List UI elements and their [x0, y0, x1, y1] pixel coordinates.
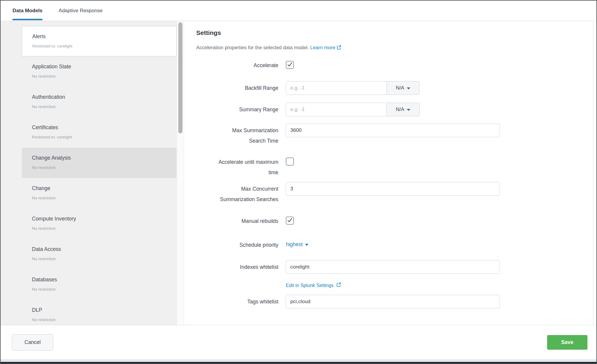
item-title: Authentication: [32, 94, 177, 100]
dialog-footer: Cancel Save: [1, 325, 596, 360]
save-button[interactable]: Save: [547, 335, 587, 350]
acceleration-form: Accelerate Backfill Range N/A: [196, 60, 593, 309]
item-title: Data Access: [32, 246, 177, 252]
form-row-tags-whitelist: Tags whitelist: [196, 295, 593, 309]
sidebar-item-application-state[interactable]: Application State No restriction: [22, 56, 177, 87]
item-title: Application State: [32, 64, 177, 70]
sidebar-item-certificates[interactable]: Certificates Restricted to: corelight: [22, 117, 177, 148]
form-row-indexes-whitelist: Indexes whitelist: [196, 260, 593, 274]
item-title: Databases: [32, 277, 177, 283]
max-concurrent-summarization-searches-label: Max Concurrent Summarization Searches: [196, 182, 278, 205]
item-title: Change: [32, 185, 177, 191]
sidebar-item-data-access[interactable]: Data Access No restriction: [22, 239, 177, 269]
accelerate-label: Accelerate: [196, 60, 278, 71]
sidebar-item-compute-inventory[interactable]: Compute Inventory No restriction: [22, 209, 177, 239]
bottom-navbar-edge: [1, 362, 596, 363]
form-row-manual-rebuilds: Manual rebuilds: [196, 216, 593, 226]
chevron-down-icon: [407, 87, 410, 90]
form-row-accelerate-until-maximum-time: Accelerate until maximum time: [196, 157, 593, 178]
data-model-list: Alerts Restricted to: corelight Applicat…: [1, 21, 177, 325]
schedule-priority-dropdown[interactable]: highest: [286, 240, 309, 248]
tags-whitelist-input[interactable]: [286, 295, 500, 309]
accelerate-until-maximum-time-checkbox[interactable]: [286, 158, 294, 166]
sidebar-item-dlp[interactable]: DLP No restriction: [22, 300, 177, 325]
tab-data-models[interactable]: Data Models: [13, 1, 42, 21]
form-row-max-summarization-search-time: Max Summarization Search Time: [196, 124, 593, 146]
form-row-accelerate: Accelerate: [196, 60, 593, 71]
form-row-backfill-range: Backfill Range N/A: [196, 81, 593, 95]
schedule-priority-label: Schedule priority: [196, 240, 278, 250]
summary-range-unit-dropdown[interactable]: N/A: [387, 103, 420, 116]
item-subtitle: No restriction: [32, 257, 177, 261]
sidebar-scrollbar-thumb[interactable]: [178, 22, 182, 133]
item-subtitle: No restriction: [32, 104, 177, 109]
max-concurrent-summarization-searches-input[interactable]: [286, 182, 500, 196]
max-summarization-search-time-input[interactable]: [286, 124, 500, 137]
item-subtitle: Restricted to: corelight: [32, 135, 177, 139]
tags-whitelist-label: Tags whitelist: [196, 295, 278, 307]
item-subtitle: No restriction: [32, 165, 177, 170]
sidebar-scrollbar-track[interactable]: [177, 21, 184, 325]
tab-adaptive-response[interactable]: Adaptive Response: [59, 1, 102, 21]
cancel-button[interactable]: Cancel: [12, 334, 53, 351]
summary-range-input[interactable]: [286, 103, 387, 116]
item-title: Certificates: [32, 124, 177, 130]
form-row-schedule-priority: Schedule priority highest: [196, 240, 593, 250]
accelerate-checkbox[interactable]: [286, 61, 294, 69]
form-row-max-concurrent-summarization-searches: Max Concurrent Summarization Searches: [196, 182, 593, 205]
panel-right-border: [593, 1, 593, 359]
max-summarization-search-time-label: Max Summarization Search Time: [196, 124, 278, 146]
form-row-edit-in-splunk-settings: Edit in Splunk Settings: [196, 282, 593, 289]
item-subtitle: No restriction: [32, 196, 177, 200]
data-model-settings-dialog: Data Models Adaptive Response Alerts Res…: [0, 0, 597, 364]
backfill-range-label: Backfill Range: [196, 81, 278, 93]
item-subtitle: No restriction: [32, 226, 177, 231]
summary-range-label: Summary Range: [196, 103, 278, 115]
item-subtitle: No restriction: [32, 317, 177, 322]
checkmark-icon: [287, 217, 293, 224]
form-row-summary-range: Summary Range N/A: [196, 103, 593, 116]
item-title: Change Analysis: [32, 155, 177, 161]
chevron-down-icon: [407, 109, 410, 111]
sidebar-item-change-analysis[interactable]: Change Analysis No restriction: [22, 148, 177, 178]
manual-rebuilds-label: Manual rebuilds: [196, 216, 278, 226]
page-title: Settings: [196, 29, 593, 37]
sidebar-item-authentication[interactable]: Authentication No restriction: [22, 87, 177, 117]
sidebar-item-alerts[interactable]: Alerts Restricted to: corelight: [22, 26, 177, 56]
item-title: DLP: [32, 307, 177, 313]
settings-panel: Settings Acceleration properties for the…: [184, 21, 593, 325]
indexes-whitelist-input[interactable]: [286, 260, 500, 274]
item-title: Compute Inventory: [32, 216, 177, 222]
tab-bar: Data Models Adaptive Response: [1, 1, 596, 21]
item-subtitle: No restriction: [32, 74, 177, 78]
item-subtitle: Restricted to: corelight: [32, 44, 176, 48]
sidebar-item-databases[interactable]: Databases No restriction: [22, 269, 177, 300]
settings-description: Acceleration properties for the selected…: [196, 44, 593, 51]
sidebar-item-change[interactable]: Change No restriction: [22, 178, 177, 209]
backfill-range-unit-dropdown[interactable]: N/A: [387, 81, 420, 95]
manual-rebuilds-checkbox[interactable]: [286, 217, 294, 225]
page-background-strip: [1, 360, 596, 362]
description-text: Acceleration properties for the selected…: [196, 45, 309, 50]
edit-in-splunk-settings-link[interactable]: Edit in Splunk Settings: [286, 282, 341, 289]
learn-more-link[interactable]: Learn more: [310, 45, 341, 50]
backfill-range-input[interactable]: [286, 81, 387, 95]
external-link-icon: [336, 282, 341, 289]
accelerate-until-maximum-time-label: Accelerate until maximum time: [196, 157, 278, 178]
checkmark-icon: [287, 61, 293, 69]
item-subtitle: No restriction: [32, 287, 177, 291]
external-link-icon: [337, 45, 341, 51]
chevron-down-icon: [305, 244, 309, 246]
indexes-whitelist-label: Indexes whitelist: [196, 260, 278, 272]
item-title: Alerts: [32, 33, 176, 39]
